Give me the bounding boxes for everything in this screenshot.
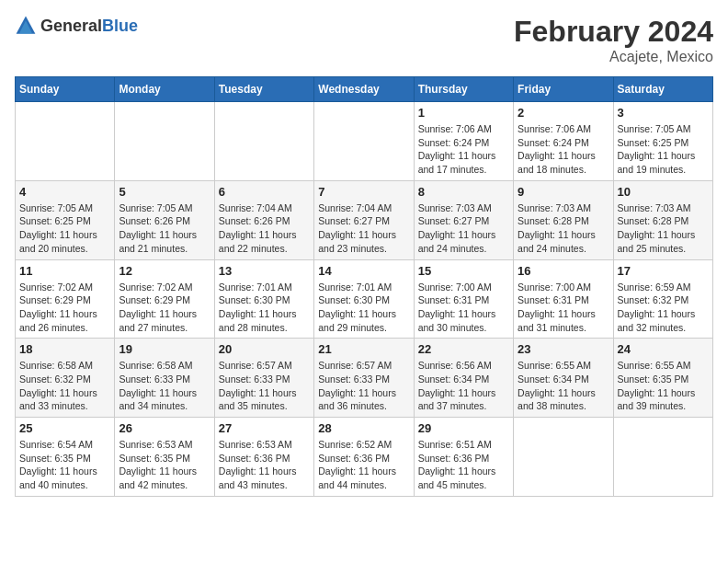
day-number: 28 [318,421,409,435]
logo: GeneralBlue [15,15,138,37]
day-number: 6 [219,185,310,199]
weekday-header-monday: Monday [115,77,214,102]
calendar-cell: 13Sunrise: 7:01 AMSunset: 6:30 PMDayligh… [214,259,313,339]
calendar-cell: 3Sunrise: 7:05 AMSunset: 6:25 PMDaylight… [613,102,712,181]
day-info: Sunrise: 7:06 AMSunset: 6:24 PMDaylight:… [518,122,609,177]
day-info: Sunrise: 6:54 AMSunset: 6:35 PMDaylight:… [19,438,110,492]
day-number: 9 [518,185,609,199]
calendar-cell: 22Sunrise: 6:56 AMSunset: 6:34 PMDayligh… [414,339,513,418]
day-info: Sunrise: 6:53 AMSunset: 6:35 PMDaylight:… [119,438,210,492]
calendar-week-1: 1Sunrise: 7:06 AMSunset: 6:24 PMDaylight… [16,102,713,181]
day-info: Sunrise: 7:06 AMSunset: 6:24 PMDaylight:… [418,122,509,177]
day-info: Sunrise: 7:02 AMSunset: 6:29 PMDaylight:… [119,281,210,335]
calendar-cell: 15Sunrise: 7:00 AMSunset: 6:31 PMDayligh… [414,259,513,339]
calendar-cell: 9Sunrise: 7:03 AMSunset: 6:28 PMDaylight… [514,180,613,259]
day-info: Sunrise: 6:53 AMSunset: 6:36 PMDaylight:… [219,438,310,492]
calendar-cell: 16Sunrise: 7:00 AMSunset: 6:31 PMDayligh… [514,259,613,339]
day-info: Sunrise: 6:57 AMSunset: 6:33 PMDaylight:… [318,359,409,413]
calendar-cell: 11Sunrise: 7:02 AMSunset: 6:29 PMDayligh… [16,259,115,339]
calendar-cell: 4Sunrise: 7:05 AMSunset: 6:25 PMDaylight… [16,180,115,259]
day-info: Sunrise: 7:00 AMSunset: 6:31 PMDaylight:… [418,281,509,335]
calendar-cell [16,102,115,181]
calendar-cell: 2Sunrise: 7:06 AMSunset: 6:24 PMDaylight… [514,102,613,181]
day-number: 26 [119,421,210,435]
day-info: Sunrise: 7:03 AMSunset: 6:27 PMDaylight:… [418,201,509,256]
calendar-cell: 29Sunrise: 6:51 AMSunset: 6:36 PMDayligh… [414,418,513,497]
day-info: Sunrise: 6:52 AMSunset: 6:36 PMDaylight:… [318,438,409,492]
day-info: Sunrise: 6:59 AMSunset: 6:32 PMDaylight:… [618,281,709,335]
day-info: Sunrise: 6:51 AMSunset: 6:36 PMDaylight:… [418,438,509,492]
day-number: 16 [518,264,609,278]
weekday-header-saturday: Saturday [613,77,712,102]
day-number: 2 [518,106,609,120]
calendar-cell [514,418,613,497]
calendar-cell: 18Sunrise: 6:58 AMSunset: 6:32 PMDayligh… [16,339,115,418]
day-number: 7 [318,185,409,199]
day-number: 20 [219,342,310,356]
day-number: 23 [518,342,609,356]
weekday-header-wednesday: Wednesday [314,77,414,102]
day-info: Sunrise: 7:04 AMSunset: 6:26 PMDaylight:… [219,201,310,256]
calendar-table: SundayMondayTuesdayWednesdayThursdayFrid… [15,76,713,497]
calendar-cell: 23Sunrise: 6:55 AMSunset: 6:34 PMDayligh… [514,339,613,418]
calendar-cell: 28Sunrise: 6:52 AMSunset: 6:36 PMDayligh… [314,418,414,497]
weekday-header-thursday: Thursday [414,77,513,102]
day-number: 3 [618,106,709,120]
page-title: February 2024 [514,15,713,49]
day-number: 24 [618,342,709,356]
calendar-cell: 14Sunrise: 7:01 AMSunset: 6:30 PMDayligh… [314,259,414,339]
page-subtitle: Acajete, Mexico [514,49,713,65]
day-info: Sunrise: 7:05 AMSunset: 6:25 PMDaylight:… [19,201,110,256]
logo-text-general: General [40,17,102,35]
calendar-week-5: 25Sunrise: 6:54 AMSunset: 6:35 PMDayligh… [16,418,713,497]
title-area: February 2024 Acajete, Mexico [514,15,713,65]
day-number: 12 [119,264,210,278]
calendar-week-4: 18Sunrise: 6:58 AMSunset: 6:32 PMDayligh… [16,339,713,418]
calendar-cell: 5Sunrise: 7:05 AMSunset: 6:26 PMDaylight… [115,180,214,259]
day-info: Sunrise: 6:55 AMSunset: 6:34 PMDaylight:… [518,359,609,413]
weekday-header-sunday: Sunday [16,77,115,102]
day-number: 27 [219,421,310,435]
calendar-cell: 20Sunrise: 6:57 AMSunset: 6:33 PMDayligh… [214,339,313,418]
day-info: Sunrise: 7:05 AMSunset: 6:25 PMDaylight:… [618,122,709,177]
weekday-header-friday: Friday [514,77,613,102]
day-number: 29 [418,421,509,435]
logo-text-blue: Blue [102,17,138,35]
day-info: Sunrise: 7:03 AMSunset: 6:28 PMDaylight:… [518,201,609,256]
calendar-cell: 1Sunrise: 7:06 AMSunset: 6:24 PMDaylight… [414,102,513,181]
day-number: 10 [618,185,709,199]
calendar-cell: 27Sunrise: 6:53 AMSunset: 6:36 PMDayligh… [214,418,313,497]
day-number: 14 [318,264,409,278]
day-number: 13 [219,264,310,278]
day-number: 25 [19,421,110,435]
calendar-week-3: 11Sunrise: 7:02 AMSunset: 6:29 PMDayligh… [16,259,713,339]
day-number: 4 [19,185,110,199]
weekday-header-row: SundayMondayTuesdayWednesdayThursdayFrid… [16,77,713,102]
day-number: 8 [418,185,509,199]
calendar-cell [115,102,214,181]
day-info: Sunrise: 7:04 AMSunset: 6:27 PMDaylight:… [318,201,409,256]
day-info: Sunrise: 6:58 AMSunset: 6:33 PMDaylight:… [119,359,210,413]
calendar-cell [214,102,313,181]
calendar-cell: 10Sunrise: 7:03 AMSunset: 6:28 PMDayligh… [613,180,712,259]
day-number: 5 [119,185,210,199]
day-info: Sunrise: 6:55 AMSunset: 6:35 PMDaylight:… [618,359,709,413]
day-info: Sunrise: 6:57 AMSunset: 6:33 PMDaylight:… [219,359,310,413]
calendar-cell: 12Sunrise: 7:02 AMSunset: 6:29 PMDayligh… [115,259,214,339]
day-info: Sunrise: 7:01 AMSunset: 6:30 PMDaylight:… [318,281,409,335]
calendar-cell: 19Sunrise: 6:58 AMSunset: 6:33 PMDayligh… [115,339,214,418]
calendar-cell: 7Sunrise: 7:04 AMSunset: 6:27 PMDaylight… [314,180,414,259]
day-info: Sunrise: 7:05 AMSunset: 6:26 PMDaylight:… [119,201,210,256]
page-header: GeneralBlue February 2024 Acajete, Mexic… [15,15,713,65]
day-info: Sunrise: 6:58 AMSunset: 6:32 PMDaylight:… [19,359,110,413]
day-info: Sunrise: 7:00 AMSunset: 6:31 PMDaylight:… [518,281,609,335]
day-number: 18 [19,342,110,356]
day-number: 17 [618,264,709,278]
day-number: 19 [119,342,210,356]
calendar-cell: 26Sunrise: 6:53 AMSunset: 6:35 PMDayligh… [115,418,214,497]
day-number: 11 [19,264,110,278]
calendar-cell: 24Sunrise: 6:55 AMSunset: 6:35 PMDayligh… [613,339,712,418]
day-number: 15 [418,264,509,278]
calendar-cell: 6Sunrise: 7:04 AMSunset: 6:26 PMDaylight… [214,180,313,259]
day-info: Sunrise: 7:03 AMSunset: 6:28 PMDaylight:… [618,201,709,256]
